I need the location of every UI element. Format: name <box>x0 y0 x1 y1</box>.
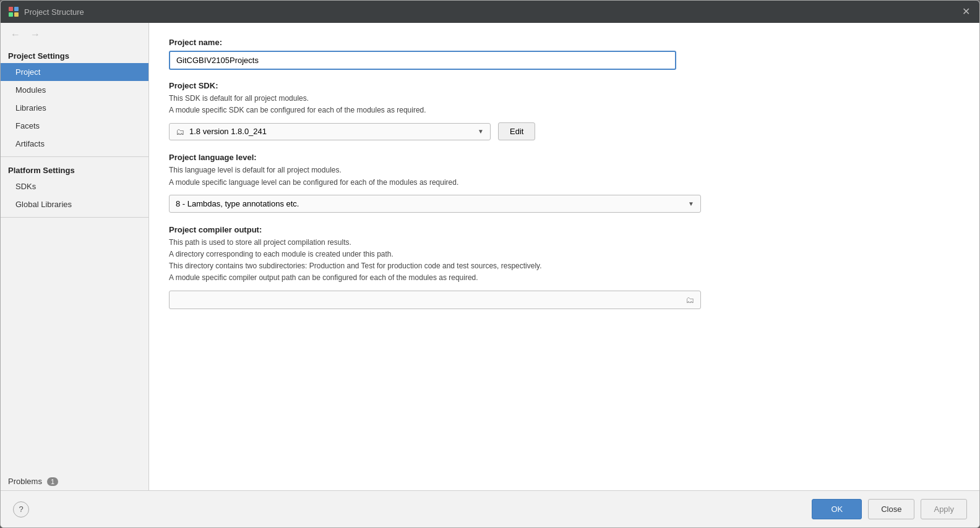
compiler-output-row: 🗂 <box>169 291 701 309</box>
sidebar-item-label-modules: Modules <box>15 85 46 95</box>
sidebar-item-label-global-libraries: Global Libraries <box>15 200 72 209</box>
close-icon[interactable]: ✕ <box>962 7 972 17</box>
close-button[interactable]: Close <box>868 499 914 519</box>
sidebar-item-label-sdks: SDKs <box>15 182 36 191</box>
apply-button[interactable]: Apply <box>921 499 967 519</box>
svg-rect-0 <box>9 7 13 11</box>
compiler-desc-line2: A directory corresponding to each module… <box>169 250 393 258</box>
lang-desc-line1: This language level is default for all p… <box>169 166 342 174</box>
project-structure-dialog: Project Structure ✕ ← → Project Settings… <box>0 0 980 528</box>
project-name-input[interactable] <box>169 51 676 70</box>
sidebar-item-modules[interactable]: Modules <box>1 81 148 99</box>
sdk-dropdown[interactable]: 🗂 1.8 version 1.8.0_241 ▼ <box>169 123 491 140</box>
sdk-desc-line1: This SDK is default for all project modu… <box>169 94 309 103</box>
svg-rect-3 <box>14 12 19 17</box>
sdk-desc-line2: A module specific SDK can be configured … <box>169 106 426 114</box>
compiler-desc-line3: This directory contains two subdirectori… <box>169 262 542 270</box>
ok-button[interactable]: OK <box>812 499 862 519</box>
sdk-dropdown-arrow-icon: ▼ <box>478 128 484 135</box>
compiler-folder-icon[interactable]: 🗂 <box>686 295 694 305</box>
project-sdk-desc: This SDK is default for all project modu… <box>169 93 960 116</box>
footer: ? OK Close Apply <box>1 490 979 527</box>
sidebar-divider-2 <box>1 217 148 218</box>
lang-desc-line2: A module specific language level can be … <box>169 178 458 187</box>
sidebar-item-sdks[interactable]: SDKs <box>1 177 148 195</box>
sdk-folder-icon: 🗂 <box>176 127 184 137</box>
sidebar-item-project[interactable]: Project <box>1 63 148 81</box>
language-level-dropdown[interactable]: 8 - Lambdas, type annotations etc. ▼ <box>169 195 701 213</box>
sidebar-divider <box>1 156 148 157</box>
project-lang-label: Project language level: <box>169 153 960 162</box>
content-area: Project name: Project SDK: This SDK is d… <box>149 23 979 490</box>
project-lang-desc: This language level is default for all p… <box>169 164 960 188</box>
compiler-desc-line1: This path is used to store all project c… <box>169 238 351 247</box>
forward-button[interactable]: → <box>27 28 44 41</box>
sidebar-item-artifacts[interactable]: Artifacts <box>1 135 148 153</box>
svg-rect-2 <box>9 12 13 17</box>
compiler-output-input[interactable] <box>176 295 686 304</box>
svg-rect-1 <box>14 7 19 11</box>
project-sdk-label: Project SDK: <box>169 81 960 90</box>
project-name-label: Project name: <box>169 38 960 47</box>
sidebar-item-label-facets: Facets <box>15 121 40 130</box>
problems-badge: 1 <box>47 477 58 486</box>
sidebar: ← → Project Settings Project Modules Lib… <box>1 23 149 490</box>
main-area: ← → Project Settings Project Modules Lib… <box>1 23 979 490</box>
sidebar-item-libraries[interactable]: Libraries <box>1 99 148 117</box>
project-settings-header: Project Settings <box>1 46 148 63</box>
compiler-desc-line4: A module specific compiler output path c… <box>169 273 478 282</box>
dialog-title: Project Structure <box>24 7 962 17</box>
sidebar-item-label-libraries: Libraries <box>15 103 46 113</box>
back-button[interactable]: ← <box>7 28 24 41</box>
sdk-edit-button[interactable]: Edit <box>498 122 535 140</box>
lang-dropdown-arrow-icon: ▼ <box>688 200 694 207</box>
sidebar-item-global-libraries[interactable]: Global Libraries <box>1 195 148 213</box>
app-icon <box>8 6 19 17</box>
sidebar-item-label-artifacts: Artifacts <box>15 139 45 148</box>
problems-label: Problems <box>8 477 42 486</box>
nav-buttons: ← → <box>1 23 148 46</box>
lang-select-text: 8 - Lambdas, type annotations etc. <box>176 199 688 208</box>
sdk-select-text: 1.8 version 1.8.0_241 <box>189 127 478 136</box>
footer-left: ? <box>13 501 29 517</box>
titlebar: Project Structure ✕ <box>1 1 979 23</box>
help-button[interactable]: ? <box>13 501 29 517</box>
sidebar-item-label-project: Project <box>15 67 40 77</box>
sdk-row: 🗂 1.8 version 1.8.0_241 ▼ Edit <box>169 122 960 140</box>
project-compiler-label: Project compiler output: <box>169 225 960 234</box>
problems-item[interactable]: Problems 1 <box>1 472 148 490</box>
project-compiler-desc: This path is used to store all project c… <box>169 237 960 284</box>
platform-settings-header: Platform Settings <box>1 161 148 177</box>
sidebar-item-facets[interactable]: Facets <box>1 117 148 135</box>
